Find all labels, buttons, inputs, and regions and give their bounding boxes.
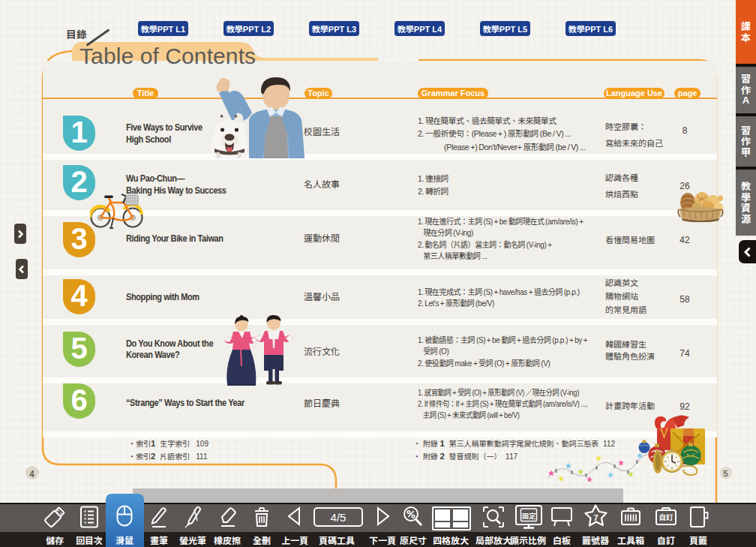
svg-text:自訂: 自訂 xyxy=(658,512,674,522)
svg-text:7: 7 xyxy=(593,513,598,522)
svg-text:固定: 固定 xyxy=(522,511,536,521)
